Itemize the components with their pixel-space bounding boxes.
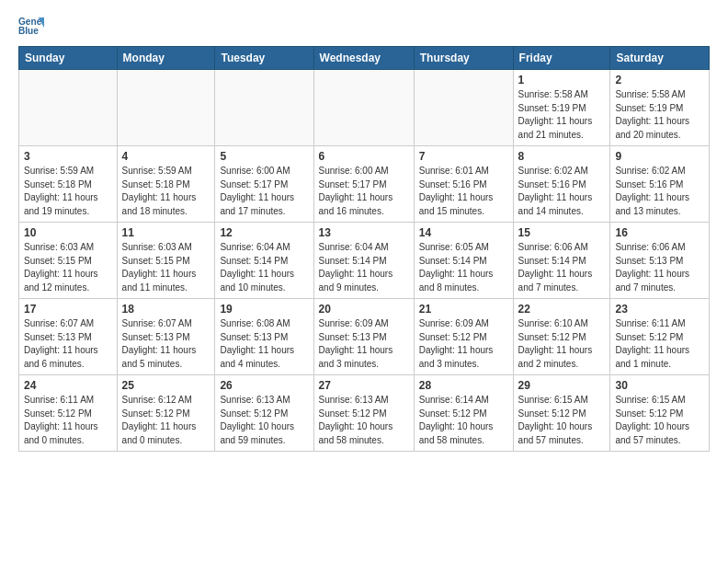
day-info: Sunrise: 6:01 AM Sunset: 5:16 PM Dayligh… [419, 165, 508, 218]
calendar-cell [117, 70, 215, 146]
day-number: 30 [615, 379, 704, 392]
calendar-cell [19, 70, 118, 146]
day-number: 22 [518, 303, 606, 316]
calendar-cell: 1Sunrise: 5:58 AM Sunset: 5:19 PM Daylig… [513, 70, 610, 146]
calendar-cell: 6Sunrise: 6:00 AM Sunset: 5:17 PM Daylig… [313, 146, 414, 223]
day-number: 11 [122, 226, 210, 239]
calendar-cell: 24Sunrise: 6:11 AM Sunset: 5:12 PM Dayli… [19, 375, 118, 452]
day-info: Sunrise: 6:00 AM Sunset: 5:17 PM Dayligh… [319, 165, 409, 218]
day-info: Sunrise: 6:13 AM Sunset: 5:12 PM Dayligh… [220, 394, 308, 447]
calendar-cell: 25Sunrise: 6:12 AM Sunset: 5:12 PM Dayli… [117, 375, 215, 452]
calendar-cell: 7Sunrise: 6:01 AM Sunset: 5:16 PM Daylig… [414, 146, 513, 223]
day-number: 16 [615, 226, 704, 239]
day-number: 20 [319, 303, 409, 316]
day-info: Sunrise: 6:07 AM Sunset: 5:13 PM Dayligh… [122, 317, 210, 371]
calendar-cell: 4Sunrise: 5:59 AM Sunset: 5:18 PM Daylig… [117, 146, 215, 223]
calendar-body: 1Sunrise: 5:58 AM Sunset: 5:19 PM Daylig… [19, 70, 710, 452]
day-info: Sunrise: 6:03 AM Sunset: 5:15 PM Dayligh… [122, 241, 210, 294]
day-info: Sunrise: 6:04 AM Sunset: 5:14 PM Dayligh… [319, 241, 409, 294]
weekday-header: Monday [117, 47, 215, 70]
day-number: 18 [122, 303, 210, 316]
day-number: 10 [24, 226, 112, 239]
calendar-cell [215, 70, 313, 146]
day-info: Sunrise: 6:06 AM Sunset: 5:13 PM Dayligh… [615, 241, 704, 294]
weekday-header: Saturday [610, 47, 710, 70]
calendar-cell: 11Sunrise: 6:03 AM Sunset: 5:15 PM Dayli… [117, 223, 215, 299]
calendar: SundayMondayTuesdayWednesdayThursdayFrid… [18, 46, 710, 452]
day-info: Sunrise: 6:15 AM Sunset: 5:12 PM Dayligh… [518, 394, 606, 447]
weekday-row: SundayMondayTuesdayWednesdayThursdayFrid… [19, 47, 710, 70]
calendar-cell: 17Sunrise: 6:07 AM Sunset: 5:13 PM Dayli… [19, 299, 118, 375]
calendar-cell: 9Sunrise: 6:02 AM Sunset: 5:16 PM Daylig… [610, 146, 710, 223]
day-number: 3 [24, 150, 112, 163]
day-info: Sunrise: 6:08 AM Sunset: 5:13 PM Dayligh… [220, 317, 308, 371]
day-number: 25 [122, 379, 210, 392]
calendar-cell: 8Sunrise: 6:02 AM Sunset: 5:16 PM Daylig… [513, 146, 610, 223]
day-number: 13 [319, 226, 409, 239]
calendar-cell: 28Sunrise: 6:14 AM Sunset: 5:12 PM Dayli… [414, 375, 513, 452]
day-info: Sunrise: 5:58 AM Sunset: 5:19 PM Dayligh… [615, 88, 704, 142]
calendar-cell: 22Sunrise: 6:10 AM Sunset: 5:12 PM Dayli… [513, 299, 610, 375]
day-number: 27 [319, 379, 409, 392]
day-info: Sunrise: 6:06 AM Sunset: 5:14 PM Dayligh… [518, 241, 606, 294]
calendar-cell: 30Sunrise: 6:15 AM Sunset: 5:12 PM Dayli… [610, 375, 710, 452]
calendar-cell: 15Sunrise: 6:06 AM Sunset: 5:14 PM Dayli… [513, 223, 610, 299]
logo: General Blue [18, 15, 44, 40]
day-number: 28 [419, 379, 508, 392]
calendar-cell: 29Sunrise: 6:15 AM Sunset: 5:12 PM Dayli… [513, 375, 610, 452]
day-info: Sunrise: 6:03 AM Sunset: 5:15 PM Dayligh… [24, 241, 112, 294]
day-info: Sunrise: 6:11 AM Sunset: 5:12 PM Dayligh… [615, 317, 704, 371]
calendar-cell: 5Sunrise: 6:00 AM Sunset: 5:17 PM Daylig… [215, 146, 313, 223]
day-number: 24 [24, 379, 112, 392]
calendar-row: 1Sunrise: 5:58 AM Sunset: 5:19 PM Daylig… [19, 70, 710, 146]
day-info: Sunrise: 6:00 AM Sunset: 5:17 PM Dayligh… [220, 165, 308, 218]
day-info: Sunrise: 5:58 AM Sunset: 5:19 PM Dayligh… [518, 88, 606, 142]
calendar-cell: 16Sunrise: 6:06 AM Sunset: 5:13 PM Dayli… [610, 223, 710, 299]
day-number: 8 [518, 150, 606, 163]
calendar-header: SundayMondayTuesdayWednesdayThursdayFrid… [19, 47, 710, 70]
calendar-cell [414, 70, 513, 146]
day-info: Sunrise: 6:15 AM Sunset: 5:12 PM Dayligh… [615, 394, 704, 447]
page: General Blue SundayMondayTuesdayWednesda… [0, 0, 728, 466]
svg-text:Blue: Blue [18, 26, 39, 36]
calendar-cell: 3Sunrise: 5:59 AM Sunset: 5:18 PM Daylig… [19, 146, 118, 223]
calendar-cell: 27Sunrise: 6:13 AM Sunset: 5:12 PM Dayli… [313, 375, 414, 452]
calendar-cell: 18Sunrise: 6:07 AM Sunset: 5:13 PM Dayli… [117, 299, 215, 375]
day-number: 14 [419, 226, 508, 239]
calendar-row: 17Sunrise: 6:07 AM Sunset: 5:13 PM Dayli… [19, 299, 710, 375]
calendar-cell: 13Sunrise: 6:04 AM Sunset: 5:14 PM Dayli… [313, 223, 414, 299]
day-info: Sunrise: 5:59 AM Sunset: 5:18 PM Dayligh… [24, 165, 112, 218]
calendar-cell: 10Sunrise: 6:03 AM Sunset: 5:15 PM Dayli… [19, 223, 118, 299]
day-info: Sunrise: 6:10 AM Sunset: 5:12 PM Dayligh… [518, 317, 606, 371]
day-info: Sunrise: 6:11 AM Sunset: 5:12 PM Dayligh… [24, 394, 112, 447]
calendar-row: 24Sunrise: 6:11 AM Sunset: 5:12 PM Dayli… [19, 375, 710, 452]
day-info: Sunrise: 6:02 AM Sunset: 5:16 PM Dayligh… [518, 165, 606, 218]
calendar-cell: 23Sunrise: 6:11 AM Sunset: 5:12 PM Dayli… [610, 299, 710, 375]
day-number: 1 [518, 74, 606, 86]
day-number: 17 [24, 303, 112, 316]
calendar-cell: 21Sunrise: 6:09 AM Sunset: 5:12 PM Dayli… [414, 299, 513, 375]
calendar-row: 10Sunrise: 6:03 AM Sunset: 5:15 PM Dayli… [19, 223, 710, 299]
day-info: Sunrise: 6:13 AM Sunset: 5:12 PM Dayligh… [319, 394, 409, 447]
day-info: Sunrise: 6:14 AM Sunset: 5:12 PM Dayligh… [419, 394, 508, 447]
weekday-header: Sunday [19, 47, 118, 70]
day-number: 2 [615, 74, 704, 86]
day-number: 19 [220, 303, 308, 316]
weekday-header: Tuesday [215, 47, 313, 70]
day-info: Sunrise: 6:02 AM Sunset: 5:16 PM Dayligh… [615, 165, 704, 218]
day-number: 5 [220, 150, 308, 163]
day-number: 9 [615, 150, 704, 163]
day-number: 21 [419, 303, 508, 316]
calendar-cell: 12Sunrise: 6:04 AM Sunset: 5:14 PM Dayli… [215, 223, 313, 299]
day-info: Sunrise: 6:09 AM Sunset: 5:12 PM Dayligh… [419, 317, 508, 371]
day-number: 4 [122, 150, 210, 163]
day-info: Sunrise: 6:04 AM Sunset: 5:14 PM Dayligh… [220, 241, 308, 294]
calendar-cell: 26Sunrise: 6:13 AM Sunset: 5:12 PM Dayli… [215, 375, 313, 452]
day-number: 29 [518, 379, 606, 392]
logo-icon: General Blue [18, 15, 44, 40]
calendar-row: 3Sunrise: 5:59 AM Sunset: 5:18 PM Daylig… [19, 146, 710, 223]
day-number: 26 [220, 379, 308, 392]
calendar-cell: 2Sunrise: 5:58 AM Sunset: 5:19 PM Daylig… [610, 70, 710, 146]
day-info: Sunrise: 6:12 AM Sunset: 5:12 PM Dayligh… [122, 394, 210, 447]
day-number: 23 [615, 303, 704, 316]
